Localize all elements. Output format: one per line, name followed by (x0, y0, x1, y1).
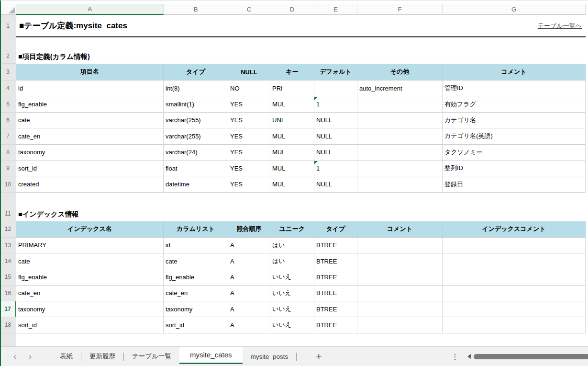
cell-B6[interactable]: varchar(255) (164, 113, 228, 128)
cell-G5[interactable]: 有効フラグ (443, 96, 586, 112)
cell-F14[interactable] (357, 253, 443, 269)
table-list-link[interactable]: テーブル一覧へ (538, 22, 582, 30)
select-all-corner[interactable] (0, 4, 16, 15)
cell-B10[interactable]: datetime (164, 176, 228, 192)
indexes-header-F[interactable]: コメント (357, 221, 443, 238)
tab-scroll-right-icon[interactable]: › (29, 352, 32, 361)
cell-C15[interactable]: A (228, 269, 270, 285)
row-header-6[interactable]: 6 (0, 113, 16, 128)
cell-E10[interactable]: NULL (314, 176, 357, 192)
cell-E5[interactable]: 1 (314, 96, 357, 112)
cell-F5[interactable] (357, 96, 443, 112)
columns-header-A[interactable]: 項目名 (16, 64, 164, 80)
cell-D4[interactable]: PRI (270, 80, 314, 96)
cell-C10[interactable]: YES (228, 176, 270, 192)
cell-F17[interactable] (357, 301, 443, 317)
cell-E17[interactable]: BTREE (314, 301, 357, 317)
cell-B13[interactable]: id (164, 238, 228, 253)
indexes-header-G[interactable]: インデックスコメント (443, 221, 586, 238)
cell-C7[interactable]: YES (228, 128, 270, 144)
cell-F6[interactable] (357, 113, 443, 128)
cell-G4[interactable]: 管理ID (443, 80, 586, 96)
cell-G15[interactable] (443, 269, 586, 285)
columns-header-F[interactable]: その他 (357, 64, 443, 80)
row-header-5[interactable]: 5 (0, 96, 16, 112)
cell-G7[interactable]: カテゴリ名(英語) (443, 128, 586, 144)
row-header-8[interactable]: 8 (0, 145, 16, 160)
cell-D15[interactable]: いいえ (270, 269, 314, 285)
cell-B7[interactable]: varchar(255) (164, 128, 228, 144)
cell-B17[interactable]: taxonomy (164, 301, 228, 317)
cell-B9[interactable]: float (164, 160, 228, 176)
cell-E9[interactable]: 1 (314, 160, 357, 176)
row-header-9[interactable]: 9 (0, 160, 16, 176)
cell-G16[interactable] (443, 286, 586, 301)
cell-D7[interactable]: MUL (270, 128, 314, 144)
cell-C8[interactable]: YES (228, 145, 270, 160)
add-sheet-button[interactable]: + (303, 347, 334, 366)
tab-scroll-left-icon[interactable]: ‹ (13, 352, 16, 361)
sheet-title[interactable]: ■テーブル定義:mysite_cates (16, 15, 443, 37)
cell-E13[interactable]: BTREE (314, 238, 357, 253)
cell-A9[interactable]: sort_id (16, 160, 164, 176)
columns-header-G[interactable]: コメント (443, 64, 586, 80)
cell-G18[interactable] (443, 317, 586, 333)
cell-D17[interactable]: いいえ (270, 301, 314, 317)
cell-G8[interactable]: タクソノミー (443, 145, 586, 160)
row-header-14[interactable]: 14 (0, 253, 16, 269)
cell-D18[interactable]: いいえ (270, 317, 314, 333)
cell-D6[interactable]: UNI (270, 113, 314, 128)
row-header-10[interactable]: 10 (0, 176, 16, 192)
cell-E16[interactable]: BTREE (314, 286, 357, 301)
column-header-E[interactable]: E (314, 4, 357, 15)
indexes-header-B[interactable]: カラムリスト (164, 221, 228, 238)
cell-A13[interactable]: PRIMARY (16, 238, 164, 253)
cell-E7[interactable]: NULL (314, 128, 357, 144)
horizontal-scrollbar[interactable] (466, 347, 588, 366)
cell-D10[interactable]: MUL (270, 176, 314, 192)
cell-C14[interactable]: A (228, 253, 270, 269)
cell-F8[interactable] (357, 145, 443, 160)
cell-G17[interactable] (443, 301, 586, 317)
row-header-17[interactable]: 17 (0, 301, 16, 317)
indexes-header-C[interactable]: 照合順序 (228, 221, 270, 238)
column-header-D[interactable]: D (270, 4, 314, 15)
row-header-4[interactable]: 4 (0, 80, 16, 96)
cell-F10[interactable] (357, 176, 443, 192)
indexes-header-E[interactable]: タイプ (314, 221, 357, 238)
cell-D8[interactable]: MUL (270, 145, 314, 160)
indexes-header-A[interactable]: インデックス名 (16, 221, 164, 238)
row-header-3[interactable]: 3 (0, 64, 16, 80)
cell-A8[interactable]: taxonomy (16, 145, 164, 160)
cell-G9[interactable]: 整列ID (443, 160, 586, 176)
cell-A10[interactable]: created (16, 176, 164, 192)
cell-F15[interactable] (357, 269, 443, 285)
row-header-11[interactable]: 11 (0, 193, 16, 221)
cell-C16[interactable]: A (228, 286, 270, 301)
cell-G13[interactable] (443, 238, 586, 253)
cell-A5[interactable]: flg_enable (16, 96, 164, 112)
cell-A6[interactable]: cate (16, 113, 164, 128)
row-header-12[interactable]: 12 (0, 221, 16, 238)
cell-A4[interactable]: id (16, 80, 164, 96)
cell-B8[interactable]: varchar(24) (164, 145, 228, 160)
cell-C6[interactable]: YES (228, 113, 270, 128)
cell-E14[interactable]: BTREE (314, 253, 357, 269)
cell-G6[interactable]: カテゴリ名 (443, 113, 586, 128)
row-header-18[interactable]: 18 (0, 317, 16, 333)
cell-D13[interactable]: はい (270, 238, 314, 253)
cell-E6[interactable]: NULL (314, 113, 357, 128)
cell-B16[interactable]: cate_en (164, 286, 228, 301)
cell-D16[interactable]: いいえ (270, 286, 314, 301)
cell-B15[interactable]: flg_enable (164, 269, 228, 285)
row-header-7[interactable]: 7 (0, 128, 16, 144)
column-header-F[interactable]: F (357, 4, 443, 15)
cell-E18[interactable]: BTREE (314, 317, 357, 333)
cell-F4[interactable]: auto_increment (357, 80, 443, 96)
cell-G10[interactable]: 登録日 (443, 176, 586, 192)
cell-A17[interactable]: taxonomy (16, 301, 164, 317)
sheet-tab-更新履歴[interactable]: 更新履歴 (81, 347, 123, 366)
cell-E4[interactable] (314, 80, 357, 96)
cell-C5[interactable]: YES (228, 96, 270, 112)
sheet-tab-表紙[interactable]: 表紙 (52, 347, 81, 366)
